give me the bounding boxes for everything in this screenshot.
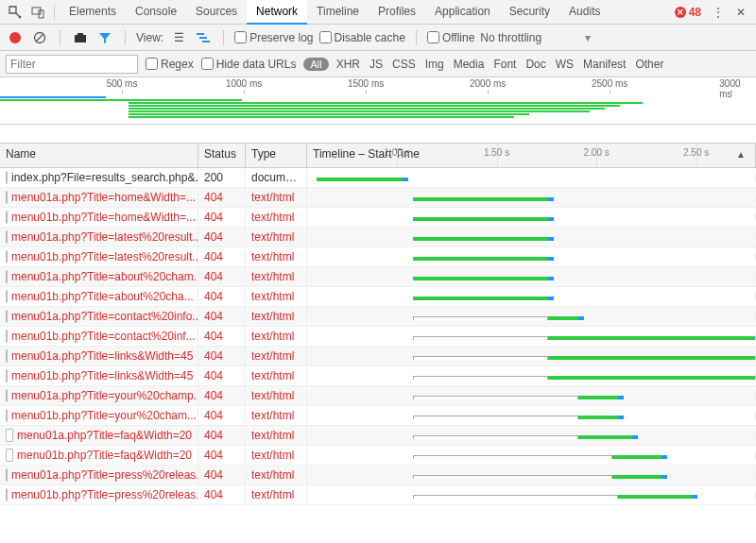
record-button[interactable] — [6, 28, 25, 47]
request-row[interactable]: menu01a.php?Title=your%20champ... 404 te… — [0, 386, 756, 406]
request-row[interactable]: menu01b.php?Title=home&Width=... 404 tex… — [0, 208, 756, 228]
error-count: 48 — [689, 6, 701, 19]
col-status[interactable]: Status — [198, 144, 246, 167]
clear-button[interactable] — [30, 28, 49, 47]
svg-rect-7 — [199, 37, 207, 39]
filter-img[interactable]: Img — [425, 58, 444, 71]
sort-indicator: ▲ — [736, 149, 746, 160]
throttling-select[interactable]: No throttling — [480, 31, 541, 44]
request-row[interactable]: menu01a.php?Title=latest%20result... 404… — [0, 228, 756, 247]
filter-ws[interactable]: WS — [556, 58, 574, 71]
request-row[interactable]: index.php?File=results_search.php&... 20… — [0, 168, 756, 188]
request-row[interactable]: menu01b.php?Title=about%20cha... 404 tex… — [0, 287, 756, 307]
capture-screenshot-icon[interactable] — [71, 28, 90, 47]
filter-xhr[interactable]: XHR — [336, 58, 360, 71]
filter-input[interactable] — [6, 55, 138, 74]
network-toolbar: View: ☰ Preserve log Disable cache Offli… — [0, 25, 756, 51]
file-icon — [6, 389, 8, 402]
request-row[interactable]: menu01b.php?Title=contact%20inf... 404 t… — [0, 327, 756, 347]
request-row[interactable]: menu01a.php?Title=home&Width=... 404 tex… — [0, 188, 756, 208]
request-row[interactable]: menu01b.php?Title=press%20releas... 404 … — [0, 485, 756, 505]
request-list: index.php?File=results_search.php&... 20… — [0, 168, 756, 505]
file-icon — [6, 191, 8, 204]
request-row[interactable]: menu01a.php?Title=contact%20info... 404 … — [0, 307, 756, 327]
filter-css[interactable]: CSS — [392, 58, 416, 71]
tab-application[interactable]: Application — [425, 0, 500, 25]
table-header: Name Status Type Timeline – Start Time 1… — [0, 144, 756, 168]
tab-timeline[interactable]: Timeline — [307, 0, 369, 25]
request-row[interactable]: menu01b.php?Title=latest%20result... 404… — [0, 247, 756, 267]
svg-line-3 — [36, 34, 43, 42]
file-icon — [6, 171, 8, 184]
svg-rect-8 — [202, 41, 210, 42]
svg-rect-6 — [197, 33, 204, 35]
view-list-icon[interactable]: ☰ — [169, 28, 188, 47]
file-icon — [6, 230, 8, 244]
request-row[interactable]: menu01a.php?Title=links&Width=45 404 tex… — [0, 347, 756, 366]
file-icon — [6, 250, 8, 263]
svg-rect-4 — [75, 35, 86, 42]
tab-audits[interactable]: Audits — [559, 0, 610, 25]
file-icon — [6, 488, 8, 501]
request-row[interactable]: menu01b.php?Title=your%20cham... 404 tex… — [0, 406, 756, 426]
tab-profiles[interactable]: Profiles — [369, 0, 425, 25]
error-badge[interactable]: ✕48 — [675, 6, 701, 19]
offline-checkbox[interactable]: Offline — [427, 31, 474, 44]
hide-data-urls-checkbox[interactable]: Hide data URLs — [201, 58, 297, 71]
filter-font[interactable]: Font — [493, 58, 516, 71]
devtools-toolbar: ElementsConsoleSourcesNetworkTimelinePro… — [0, 0, 756, 25]
request-row[interactable]: menu01a.php?Title=press%20releas... 404 … — [0, 466, 756, 485]
filter-other[interactable]: Other — [635, 58, 663, 71]
tab-elements[interactable]: Elements — [60, 0, 126, 25]
filter-manifest[interactable]: Manifest — [583, 58, 626, 71]
col-timeline[interactable]: Timeline – Start Time 1.00 s1.50 s2.00 s… — [307, 144, 756, 167]
svg-rect-5 — [77, 33, 83, 36]
device-mode-icon[interactable] — [26, 1, 49, 24]
inspect-icon[interactable] — [4, 1, 26, 24]
close-icon[interactable]: ✕ — [730, 1, 752, 24]
tab-network[interactable]: Network — [247, 0, 307, 25]
tab-sources[interactable]: Sources — [186, 0, 247, 25]
filter-types: XHRJSCSSImgMediaFontDocWSManifestOther — [336, 58, 664, 71]
regex-checkbox[interactable]: Regex — [146, 58, 194, 71]
file-icon — [6, 449, 13, 462]
more-icon[interactable]: ⋮ — [707, 1, 730, 24]
file-icon — [6, 310, 8, 323]
preserve-log-checkbox[interactable]: Preserve log — [234, 31, 313, 44]
chevron-down-icon[interactable]: ▾ — [585, 31, 591, 44]
file-icon — [6, 349, 8, 363]
filter-bar: Regex Hide data URLs All XHRJSCSSImgMedi… — [0, 51, 756, 77]
tab-console[interactable]: Console — [126, 0, 186, 25]
view-waterfall-icon[interactable] — [194, 28, 213, 47]
request-row[interactable]: menu01b.php?Title=faq&Width=20 404 text/… — [0, 446, 756, 466]
file-icon — [6, 211, 8, 224]
file-icon — [6, 409, 8, 422]
filter-js[interactable]: JS — [369, 58, 383, 71]
filter-doc[interactable]: Doc — [525, 58, 545, 71]
filter-toggle-icon[interactable] — [95, 28, 114, 47]
request-row[interactable]: menu01a.php?Title=faq&Width=20 404 text/… — [0, 426, 756, 446]
panel-tabs: ElementsConsoleSourcesNetworkTimelinePro… — [60, 0, 675, 25]
request-row[interactable]: menu01a.php?Title=about%20cham... 404 te… — [0, 267, 756, 287]
view-label: View: — [136, 31, 163, 44]
overview-ruler[interactable]: 500 ms1000 ms1500 ms2000 ms2500 ms3000 m… — [0, 77, 756, 125]
file-icon — [6, 369, 8, 382]
col-name[interactable]: Name — [0, 144, 198, 167]
filter-all[interactable]: All — [303, 58, 328, 71]
filter-media[interactable]: Media — [454, 58, 485, 71]
col-type[interactable]: Type — [246, 144, 307, 167]
disable-cache-checkbox[interactable]: Disable cache — [319, 31, 405, 44]
file-icon — [6, 290, 8, 303]
request-row[interactable]: menu01b.php?Title=links&Width=45 404 tex… — [0, 366, 756, 386]
file-icon — [6, 330, 8, 343]
file-icon — [6, 429, 13, 442]
tab-security[interactable]: Security — [500, 0, 559, 25]
file-icon — [6, 270, 8, 283]
file-icon — [6, 468, 8, 482]
